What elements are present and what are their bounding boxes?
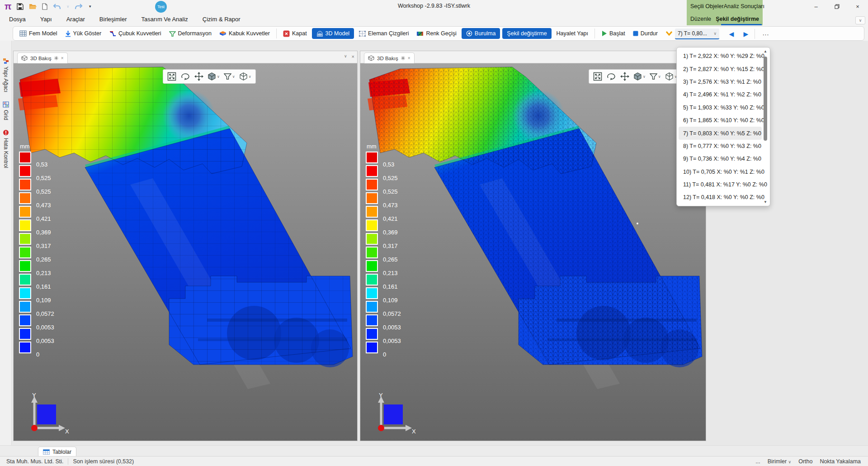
burulma-button[interactable]: Burulma: [462, 28, 500, 39]
viewport-right: 3D Bakış × ∨ × ∨: [360, 51, 706, 441]
mode-result-combo[interactable]: 7) T= 0,80... ∨: [675, 29, 719, 39]
tab-sekil-degistirme[interactable]: Şekil değiştirme: [716, 16, 759, 22]
legend-value: 0: [36, 351, 39, 358]
float-window-icon[interactable]: [54, 56, 58, 60]
modal-result-item[interactable]: 6) T= 1,865 X: %10 Y: %0 Z: %0: [679, 114, 762, 127]
status-overflow-button[interactable]: ...: [755, 458, 760, 465]
sidebar-item-grid[interactable]: Grid: [3, 101, 9, 120]
snap-toggle[interactable]: Nokta Yakalama: [820, 458, 861, 465]
modal-result-item[interactable]: 3) T= 2,576 X: %3 Y: %1 Z: %0: [679, 76, 762, 88]
modal-tum-yapi-button[interactable]: Modal Tüm Yapı ∨: [663, 29, 672, 38]
close-tab-icon[interactable]: ×: [61, 56, 64, 61]
chevron-down-icon[interactable]: ∨: [217, 75, 220, 79]
sidebar-item-hata-kontrol[interactable]: Hata Kontrol: [3, 129, 9, 168]
close-button[interactable]: ×: [847, 0, 868, 13]
viewport-3d-canvas[interactable]: ∨ ∨ ∨ mm 0,530,5250,5250,4730,4210,3690,…: [360, 63, 706, 441]
minimize-button[interactable]: –: [806, 0, 826, 13]
legend-swatch: [19, 152, 31, 163]
fem-model-button[interactable]: Fem Model: [17, 29, 60, 38]
dropdown-scrollbar[interactable]: ▲ ▼: [762, 49, 769, 204]
chevron-down-icon[interactable]: ∨: [643, 75, 646, 79]
next-mode-button[interactable]: ▶: [740, 29, 752, 39]
shading-cube-icon[interactable]: [633, 72, 642, 81]
modal-result-item[interactable]: 9) T= 0,736 X: %0 Y: %4 Z: %0: [679, 152, 762, 165]
tab-tablolar[interactable]: Tablolar: [38, 447, 76, 456]
iso-view-icon[interactable]: [665, 72, 674, 81]
menu-birlesimler[interactable]: Birleşimler: [93, 14, 133, 24]
eleman-cizgileri-button[interactable]: Eleman Çizgileri: [356, 29, 411, 38]
modal-result-item[interactable]: 4) T= 2,496 X: %1 Y: %2 Z: %0: [679, 88, 762, 101]
modal-result-item[interactable]: 7) T= 0,803 X: %0 Y: %5 Z: %0: [679, 127, 762, 139]
legend-entry: 0,265: [19, 247, 32, 259]
hayalet-yapi-button[interactable]: Hayalet Yapı: [554, 29, 591, 38]
color-scale-legend: mm 0,530,5250,5250,4730,4210,3690,3170,2…: [19, 143, 73, 355]
legend-entry: 0,525: [366, 179, 378, 191]
close-tab-icon[interactable]: ×: [408, 56, 410, 61]
chevron-down-icon[interactable]: ∨: [344, 54, 347, 59]
ortho-toggle[interactable]: Ortho: [798, 458, 812, 465]
play-icon: [601, 30, 607, 37]
scroll-down-icon[interactable]: ▼: [762, 200, 769, 204]
maximize-button[interactable]: [826, 0, 847, 13]
shading-cube-icon[interactable]: [208, 72, 216, 81]
modal-result-item[interactable]: 2) T= 2,827 X: %0 Y: %15 Z: %0: [679, 62, 762, 75]
tab-3d-bakis[interactable]: 3D Bakış ×: [17, 52, 68, 63]
legend-swatch: [366, 247, 378, 258]
deformasyon-button[interactable]: Deformasyon: [166, 29, 214, 38]
bar-forces-icon: [109, 30, 116, 37]
pan-icon[interactable]: [194, 72, 203, 81]
sekil-degistirme-button[interactable]: Şekil değiştirme: [502, 28, 551, 39]
orbit-icon[interactable]: [606, 72, 616, 81]
viewport-3d-canvas[interactable]: ∨ ∨ ∨ mm 0,530,5250,5250,4730,4210,3690,…: [14, 63, 357, 441]
tab-secili-objeler[interactable]: Seçili Objeler: [690, 3, 724, 10]
hayalet-yapi-label: Hayalet Yapı: [557, 30, 588, 37]
chevron-down-icon[interactable]: ∨: [249, 75, 251, 79]
previous-mode-button[interactable]: ◀: [726, 29, 737, 39]
filter-icon[interactable]: [650, 73, 657, 80]
tab-duzenle[interactable]: Düzenle: [690, 16, 711, 22]
orbit-icon[interactable]: [180, 72, 190, 81]
pan-icon[interactable]: [620, 72, 629, 81]
status-company: Sta Muh. Mus. Ltd. Sti.: [0, 458, 63, 465]
scrollbar-thumb[interactable]: [764, 57, 767, 141]
yuk-goster-button[interactable]: Yük Göster: [62, 29, 104, 39]
legend-swatch: [366, 206, 378, 218]
ribbon-separator: [755, 29, 755, 39]
more-options-button[interactable]: ...: [759, 27, 773, 39]
scroll-up-icon[interactable]: ▲: [762, 49, 769, 53]
baslat-button[interactable]: Başlat: [599, 29, 628, 38]
modal-result-item[interactable]: 10) T= 0,705 X: %0 Y: %1 Z: %0: [679, 166, 762, 178]
legend-entry: 0,53: [19, 152, 32, 164]
close-pane-icon[interactable]: ×: [352, 54, 354, 59]
kapat-label: Kapat: [292, 30, 307, 37]
tab-3d-bakis[interactable]: 3D Bakış ×: [364, 52, 415, 63]
float-window-icon[interactable]: [401, 56, 405, 60]
chevron-down-icon[interactable]: ∨: [232, 75, 235, 79]
zoom-fit-icon[interactable]: [167, 72, 176, 81]
filter-icon[interactable]: [224, 73, 231, 80]
menu-cizim-rapor[interactable]: Çizim & Rapor: [196, 14, 247, 24]
iso-view-icon[interactable]: [239, 72, 248, 81]
kabuk-kuvvetler-button[interactable]: Kabuk Kuvvetler: [217, 29, 273, 38]
modal-result-item[interactable]: 5) T= 1,903 X: %33 Y: %0 Z: %0: [679, 101, 762, 114]
menu-tasarim-ve-analiz[interactable]: Tasarım Ve Analiz: [135, 14, 194, 24]
zoom-fit-icon[interactable]: [593, 72, 602, 81]
modal-result-item[interactable]: 12) T= 0,418 X: %0 Y: %0 Z: %0: [679, 191, 762, 204]
chevron-down-icon[interactable]: ∨: [658, 75, 661, 79]
modal-result-item[interactable]: 8) T= 0,777 X: %0 Y: %3 Z: %0: [679, 140, 762, 152]
menu-yapi[interactable]: Yapı: [34, 14, 58, 24]
units-dropdown[interactable]: Birimler ∨: [768, 458, 791, 465]
model-3d-button[interactable]: 3D Model: [312, 28, 354, 39]
fem-model-label: Fem Model: [29, 30, 57, 37]
sidebar-item-yapi-agaci[interactable]: Yapı Ağacı: [3, 58, 9, 92]
kapat-button[interactable]: Kapat: [280, 29, 310, 39]
tab-analiz-sonuclari[interactable]: Analiz Sonuçları: [724, 3, 764, 10]
renk-gecisi-button[interactable]: Renk Geçişi: [414, 29, 459, 38]
menu-araclar[interactable]: Araçlar: [60, 14, 91, 24]
modal-result-item[interactable]: 11) T= 0,481 X: %17 Y: %0 Z: %0: [679, 178, 762, 191]
modal-result-item[interactable]: 1) T= 2,922 X: %0 Y: %29 Z: %0: [679, 50, 762, 62]
ribbon-collapse-button[interactable]: ∨: [855, 16, 865, 24]
menu-dosya[interactable]: Dosya: [3, 14, 32, 24]
durdur-button[interactable]: Durdur: [630, 29, 660, 38]
cubuk-kuvvetleri-button[interactable]: Çubuk Kuvvetleri: [106, 29, 164, 38]
